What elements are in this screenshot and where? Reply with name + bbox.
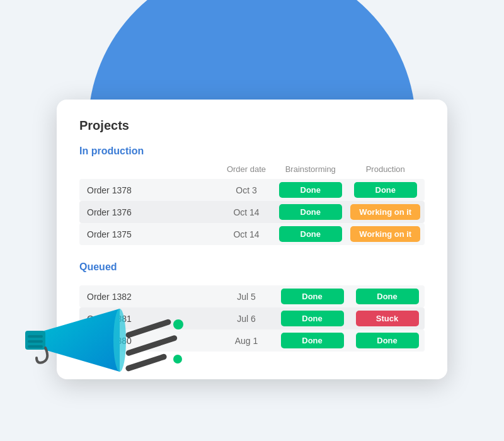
col-brainstorming-header: Brainstorming <box>275 162 346 179</box>
section-label-queued: Queued <box>79 261 425 273</box>
notification-dot-2 <box>173 355 182 364</box>
brainstorming-status: Done <box>275 329 350 352</box>
order-date: Jul 5 <box>218 285 275 307</box>
svg-marker-0 <box>44 309 120 372</box>
svg-rect-4 <box>28 345 43 348</box>
col-order-header <box>79 162 218 179</box>
production-status: Done <box>350 285 425 307</box>
col-order-header-q <box>79 278 218 285</box>
order-date: Jul 6 <box>218 307 275 329</box>
col-production-header-q <box>350 278 425 285</box>
badge-stuck: Stuck <box>356 311 419 326</box>
brainstorming-status: Done <box>275 285 350 307</box>
megaphone-icon <box>19 302 132 391</box>
badge-done: Done <box>279 204 342 220</box>
card-title: Projects <box>79 118 425 133</box>
svg-rect-3 <box>28 340 43 343</box>
production-status: Done <box>346 179 425 201</box>
badge-done: Done <box>279 226 342 242</box>
brainstorming-status: Done <box>275 223 346 245</box>
badge-done: Done <box>356 289 419 304</box>
order-date: Oct 14 <box>218 201 275 223</box>
production-status: Done <box>350 329 425 352</box>
order-date: Aug 1 <box>218 329 275 352</box>
badge-done: Done <box>281 289 344 304</box>
notification-line-2 <box>125 335 178 357</box>
order-name: Order 1378 <box>79 179 218 201</box>
order-name: Order 1376 <box>79 201 218 223</box>
production-status: Working on it <box>346 201 425 223</box>
production-status: Stuck <box>350 307 425 329</box>
badge-done: Done <box>356 333 419 348</box>
svg-point-5 <box>113 309 126 372</box>
col-brainstorming-header-q <box>275 278 350 285</box>
col-date-header: Order date <box>218 162 275 179</box>
badge-done: Done <box>281 333 344 348</box>
in-production-table: Order date Brainstorming Production Orde… <box>79 162 425 245</box>
table-row: Order 1376 Oct 14 Done Working on it <box>79 201 425 223</box>
brainstorming-status: Done <box>275 307 350 329</box>
table-row: Order 1378 Oct 3 Done Done <box>79 179 425 201</box>
brainstorming-status: Done <box>275 201 346 223</box>
svg-rect-2 <box>28 335 43 338</box>
order-name: Order 1375 <box>79 223 218 245</box>
notification-dot-1 <box>173 319 183 329</box>
badge-done: Done <box>281 311 344 326</box>
notification-decoration <box>125 326 178 365</box>
order-date: Oct 3 <box>218 179 275 201</box>
badge-working: Working on it <box>350 204 420 220</box>
badge-done: Done <box>279 182 342 198</box>
table-row: Order 1375 Oct 14 Done Working on it <box>79 223 425 245</box>
production-status: Working on it <box>346 223 425 245</box>
brainstorming-status: Done <box>275 179 346 201</box>
badge-done: Done <box>354 182 417 198</box>
col-date-header-q <box>218 278 275 285</box>
order-date: Oct 14 <box>218 223 275 245</box>
section-label-in-production: In production <box>79 146 425 157</box>
col-production-header: Production <box>346 162 425 179</box>
badge-working: Working on it <box>350 226 420 242</box>
